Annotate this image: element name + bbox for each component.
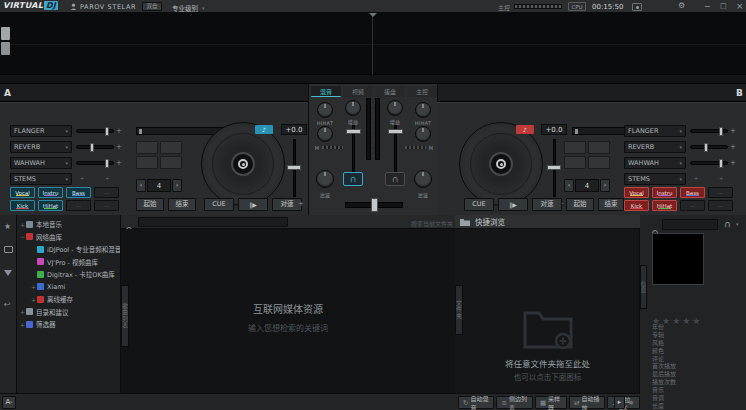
fx-enable-button[interactable]: + [116, 159, 122, 167]
fx-enable-button[interactable]: + [730, 159, 736, 167]
fx-enable-button[interactable]: + [116, 127, 122, 135]
tree-expander[interactable]: + [19, 308, 26, 315]
sideview-button-自动混音[interactable]: ↻自动混音 [458, 396, 494, 409]
stem-pad-instru[interactable]: Instru [652, 187, 677, 198]
fx-amount-slider[interactable] [690, 145, 728, 149]
fx-enable-button[interactable]: + [116, 143, 122, 151]
tree-expander[interactable]: + [19, 221, 26, 228]
tree-item-1[interactable]: +本地音乐 [17, 218, 121, 230]
loop-double-button[interactable]: › [600, 179, 610, 192]
tree-expander[interactable]: − [19, 233, 26, 240]
gear-icon[interactable]: ⚙ [678, 2, 685, 10]
mixer-filter-knob-right[interactable] [414, 170, 432, 188]
fx-select-dropdown[interactable]: WAHWAH▾ [10, 157, 72, 169]
headphone-cue-b-button[interactable]: ∩ [385, 172, 405, 186]
stems-plus-right[interactable]: + [105, 175, 109, 181]
hotcue-pad[interactable] [136, 141, 158, 154]
search-input[interactable] [138, 217, 288, 227]
deck-mode-badge[interactable]: 双盘 [142, 2, 162, 11]
deck-b-loop-out-button[interactable]: 结束 [598, 198, 624, 211]
deck-b-pitch-handle[interactable] [547, 165, 561, 170]
stem-pad-bass[interactable]: Bass [66, 187, 91, 198]
deck-b-jog-wheel[interactable] [459, 122, 543, 206]
hotcue-pad[interactable] [588, 156, 610, 169]
deck-a-loop-out-button[interactable]: 结束 [168, 198, 196, 211]
tree-item-2[interactable]: −网络曲库 [17, 231, 121, 243]
tree-item-3[interactable]: iDJPool - 专业音频和混音 [17, 243, 121, 255]
hotcue-pad[interactable] [564, 156, 586, 169]
stem-pad-empty[interactable]: — [708, 200, 733, 211]
deck-b-sync-button[interactable]: 对速 [532, 198, 562, 211]
tree-expander[interactable]: + [30, 283, 37, 290]
info-headphone-icon[interactable]: ∩ [724, 219, 731, 229]
info-chevron-down-icon[interactable]: ▾ [736, 221, 739, 227]
deck-a-loop-in-button[interactable]: 起始 [136, 198, 164, 211]
tree-expander[interactable]: + [19, 321, 26, 328]
stem-pad-instru[interactable]: Instru [38, 187, 63, 198]
tree-item-4[interactable]: VJ'Pro - 视频曲库 [17, 256, 121, 268]
deck-a-pitch-minus[interactable]: − [285, 200, 291, 208]
tree-expander[interactable]: + [30, 296, 37, 303]
deck-b-keylock-badge[interactable]: ♪ [516, 125, 534, 134]
channel-fader-a-handle[interactable] [346, 129, 361, 134]
deck-a-pitch-handle[interactable] [287, 165, 301, 170]
loop-half-button[interactable]: ‹ [564, 179, 574, 192]
fx-slider-handle[interactable] [90, 143, 94, 152]
favorites-icon[interactable]: ★ [4, 222, 11, 231]
channel-fader-b-handle[interactable] [388, 129, 403, 134]
browser-file-list[interactable]: 歌曲列表 互联网媒体资源 输入您想检索的关键词 [121, 229, 455, 393]
crossfader-handle[interactable] [371, 198, 378, 212]
stem-pad-empty[interactable]: — [94, 200, 119, 211]
loop-double-button[interactable]: › [172, 179, 182, 192]
stem-pad-hihat[interactable]: HiHat [652, 200, 677, 211]
mixer-eq-knob-left-bottom[interactable] [317, 126, 333, 142]
back-icon[interactable]: ↩ [4, 300, 11, 309]
stem-pad-kick[interactable]: Kick [10, 200, 35, 211]
stem-pad-vocal[interactable]: Vocal [10, 187, 35, 198]
fx-amount-slider[interactable] [76, 145, 114, 149]
tree-item-8[interactable]: +目录和建议 [17, 306, 121, 318]
sideview-button-自动播放[interactable]: ⇄自动播放 [569, 396, 605, 409]
record-icon[interactable] [632, 3, 642, 11]
song-overview-strip[interactable] [0, 75, 746, 84]
stems-dropdown[interactable]: STEMS▾ [624, 173, 686, 185]
folder-vertical-tab[interactable]: 文件夹 [455, 285, 463, 335]
deck-a-jog-wheel[interactable] [201, 122, 285, 206]
hotcue-pad[interactable] [160, 156, 182, 169]
fx-select-dropdown[interactable]: FLANGER▾ [10, 125, 72, 137]
mixer-eq-knob-left-top[interactable] [317, 102, 333, 118]
quick-browse-panel[interactable]: 快捷浏览 文件夹 将任意文件夹拖至此处 也可以点击下面图标 [455, 215, 640, 393]
maximize-button[interactable]: □ [720, 2, 727, 10]
deck-b-loop-in-button[interactable]: 起始 [566, 198, 594, 211]
sideview-dot-button[interactable]: ● [629, 399, 633, 405]
fx-select-dropdown[interactable]: REVERB▾ [624, 141, 686, 153]
stem-pad-empty[interactable]: — [708, 187, 733, 198]
stems-plus-left[interactable]: + [694, 175, 698, 181]
info-vertical-tab[interactable]: 信息 [640, 265, 647, 309]
deck-a-play-button[interactable]: ‖▶ [238, 198, 268, 211]
skin-level-dropdown[interactable]: 专业级别 ▾ [172, 3, 205, 13]
monitor-icon[interactable] [4, 246, 13, 253]
stem-pad-bass[interactable]: Bass [680, 187, 705, 198]
mixer-eq-knob-right-top[interactable] [415, 102, 431, 118]
deck-a-pitch-plus[interactable]: + [298, 200, 304, 208]
mixer-filter-knob-left[interactable] [316, 170, 334, 188]
fx-slider-handle[interactable] [719, 159, 723, 168]
sideview-button-侧边列表[interactable]: ≡侧边列表 [496, 396, 532, 409]
stems-dropdown[interactable]: STEMS▾ [10, 173, 72, 185]
deck-a-keylock-badge[interactable]: ♪ [255, 125, 273, 134]
filter-icon[interactable] [4, 270, 12, 276]
fx-amount-slider[interactable] [76, 129, 114, 133]
minimize-button[interactable]: − [704, 2, 711, 11]
fx-slider-handle[interactable] [704, 143, 708, 152]
deck-b-cue-button[interactable]: CUE [464, 198, 494, 211]
deck-a-wave-tab[interactable] [1, 27, 10, 40]
hotcue-pad[interactable] [588, 141, 610, 154]
deck-a-cue-button[interactable]: CUE [204, 198, 234, 211]
stem-pad-empty[interactable]: — [680, 200, 705, 211]
close-button[interactable]: × [736, 1, 744, 11]
tree-item-9[interactable]: +筛选器 [17, 318, 121, 330]
stem-pad-empty[interactable]: — [66, 200, 91, 211]
fx-slider-handle[interactable] [719, 127, 723, 136]
browser-search-bar[interactable]: 搜索当前文件夹 [121, 215, 455, 229]
